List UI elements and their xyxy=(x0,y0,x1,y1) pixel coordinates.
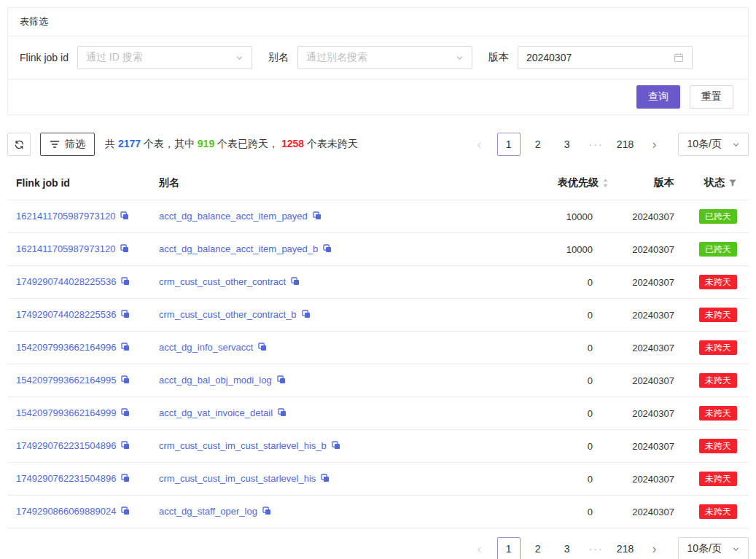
copy-icon[interactable] xyxy=(277,375,286,386)
alias-label: 别名 xyxy=(268,51,289,64)
version-cell: 20240307 xyxy=(617,496,683,528)
sort-icon[interactable] xyxy=(602,178,609,188)
status-badge: 未跨天 xyxy=(699,308,737,322)
summary-segment: 共 xyxy=(105,138,118,149)
pagination-page-2[interactable]: 2 xyxy=(526,133,550,156)
search-button[interactable]: 查询 xyxy=(636,85,680,109)
flink-job-id-link[interactable]: 1749290762231504896 xyxy=(16,440,116,451)
pagination-next-icon[interactable]: › xyxy=(643,133,666,156)
copy-icon[interactable] xyxy=(321,474,330,485)
pagination-next-icon[interactable]: › xyxy=(643,537,666,559)
priority-cell: 10000 xyxy=(519,200,617,233)
column-header-status[interactable]: 状态 xyxy=(683,166,749,200)
priority-cell: 0 xyxy=(519,364,617,397)
summary-segment: 个表未跨天 xyxy=(304,138,358,149)
flink-job-id-link[interactable]: 1621411705987973120 xyxy=(16,211,115,222)
version-cell: 20240307 xyxy=(617,299,683,332)
table-row: 1542097993662164996 acct_dg_info_servacc… xyxy=(7,332,749,364)
flink-job-id-select[interactable]: 通过 ID 搜索 xyxy=(77,46,252,69)
alias-link[interactable]: acct_dg_bal_obj_modi_log xyxy=(159,375,272,386)
flink-job-id-link[interactable]: 1621411705987973120 xyxy=(16,243,115,254)
copy-icon[interactable] xyxy=(121,310,130,321)
copy-icon[interactable] xyxy=(323,244,332,255)
pagination: ‹123···218› xyxy=(462,537,666,559)
alias-placeholder: 通过别名搜索 xyxy=(306,51,450,64)
filter-toggle-label: 筛选 xyxy=(65,138,85,151)
version-cell: 20240307 xyxy=(617,266,683,299)
copy-icon[interactable] xyxy=(291,277,300,288)
column-header-status-label: 状态 xyxy=(704,176,725,189)
copy-icon[interactable] xyxy=(258,343,267,353)
flink-job-id-link[interactable]: 1749290762231504896 xyxy=(16,473,116,484)
filter-funnel-icon[interactable] xyxy=(728,179,737,187)
alias-link[interactable]: acct_dg_balance_acct_item_payed xyxy=(159,211,308,222)
copy-icon[interactable] xyxy=(262,507,271,517)
copy-icon[interactable] xyxy=(121,343,130,353)
pagination: ‹123···218› xyxy=(462,133,666,156)
reset-button[interactable]: 重置 xyxy=(690,85,733,109)
alias-link[interactable]: crm_cust_cust_im_cust_starlevel_his xyxy=(159,473,316,484)
column-header-priority[interactable]: 表优先级 xyxy=(519,166,617,200)
column-header-version: 版本 xyxy=(617,166,683,200)
pagination-page-218[interactable]: 218 xyxy=(614,133,637,156)
copy-icon[interactable] xyxy=(120,244,129,255)
pagination-page-3[interactable]: 3 xyxy=(556,537,579,559)
alias-link[interactable]: acct_dg_vat_invoice_detail xyxy=(159,407,273,418)
copy-icon[interactable] xyxy=(121,375,130,386)
copy-icon[interactable] xyxy=(121,277,130,288)
flink-job-id-link[interactable]: 1749290866069889024 xyxy=(16,506,116,517)
refresh-button[interactable] xyxy=(7,133,31,156)
version-cell: 20240307 xyxy=(617,200,683,233)
column-header-priority-label: 表优先级 xyxy=(558,176,599,189)
copy-icon[interactable] xyxy=(121,474,130,485)
not-crossed-count: 1258 xyxy=(281,138,304,149)
table-row: 1542097993662164995 acct_dg_bal_obj_modi… xyxy=(7,364,749,397)
version-value: 20240307 xyxy=(526,52,668,63)
chevron-down-icon xyxy=(456,54,464,62)
alias-select[interactable]: 通过别名搜索 xyxy=(297,46,472,69)
pagination-page-3[interactable]: 3 xyxy=(556,133,579,156)
status-badge: 未跨天 xyxy=(699,340,737,355)
filter-toggle-button[interactable]: 筛选 xyxy=(40,133,95,156)
pagination-page-218[interactable]: 218 xyxy=(614,537,637,559)
priority-cell: 0 xyxy=(519,430,617,463)
copy-icon[interactable] xyxy=(121,507,130,517)
table-row: 1621411705987973120 acct_dg_balance_acct… xyxy=(7,233,749,266)
priority-cell: 0 xyxy=(519,266,617,299)
copy-icon[interactable] xyxy=(302,310,311,321)
flink-job-id-link[interactable]: 1749290744028225536 xyxy=(16,276,116,287)
pagination-page-2[interactable]: 2 xyxy=(526,537,550,559)
status-badge: 未跨天 xyxy=(699,373,737,388)
version-cell: 20240307 xyxy=(617,430,683,463)
flink-job-id-link[interactable]: 1542097993662164999 xyxy=(16,407,116,418)
copy-icon[interactable] xyxy=(121,408,130,419)
summary-text: 共 2177 个表，其中 919 个表已跨天， 1258 个表未跨天 xyxy=(105,138,358,151)
alias-link[interactable]: crm_cust_cust_other_contract xyxy=(159,276,286,287)
page-size-select[interactable]: 10条/页 xyxy=(678,537,749,559)
pagination-prev-icon: ‹ xyxy=(468,537,491,559)
refresh-icon xyxy=(14,139,25,150)
alias-link[interactable]: acct_dg_balance_acct_item_payed_b xyxy=(159,243,318,254)
pagination-ellipsis: ··· xyxy=(585,133,608,156)
page-size-label: 10条/页 xyxy=(687,542,722,555)
pagination-page-1[interactable]: 1 xyxy=(497,537,521,559)
flink-job-id-link[interactable]: 1542097993662164995 xyxy=(16,375,116,386)
tables-table: Flink job id 别名 表优先级 版本 状态 xyxy=(7,166,749,528)
status-badge: 未跨天 xyxy=(699,472,737,486)
copy-icon[interactable] xyxy=(313,211,322,222)
pagination-page-1[interactable]: 1 xyxy=(497,133,521,156)
version-cell: 20240307 xyxy=(617,332,683,364)
table-body: 1621411705987973120 acct_dg_balance_acct… xyxy=(7,200,749,528)
copy-icon[interactable] xyxy=(121,441,130,452)
flink-job-id-link[interactable]: 1542097993662164996 xyxy=(16,342,116,353)
page-size-select[interactable]: 10条/页 xyxy=(678,133,749,156)
flink-job-id-link[interactable]: 1749290744028225536 xyxy=(16,309,116,320)
alias-link[interactable]: crm_cust_cust_im_cust_starlevel_his_b xyxy=(159,440,327,451)
alias-link[interactable]: acct_dg_info_servacct xyxy=(159,342,253,353)
alias-link[interactable]: crm_cust_cust_other_contract_b xyxy=(159,309,297,320)
version-date-input[interactable]: 20240307 xyxy=(518,46,693,69)
copy-icon[interactable] xyxy=(278,408,287,419)
copy-icon[interactable] xyxy=(332,441,340,452)
alias-link[interactable]: acct_dg_staff_oper_log xyxy=(159,506,257,517)
copy-icon[interactable] xyxy=(120,211,129,222)
